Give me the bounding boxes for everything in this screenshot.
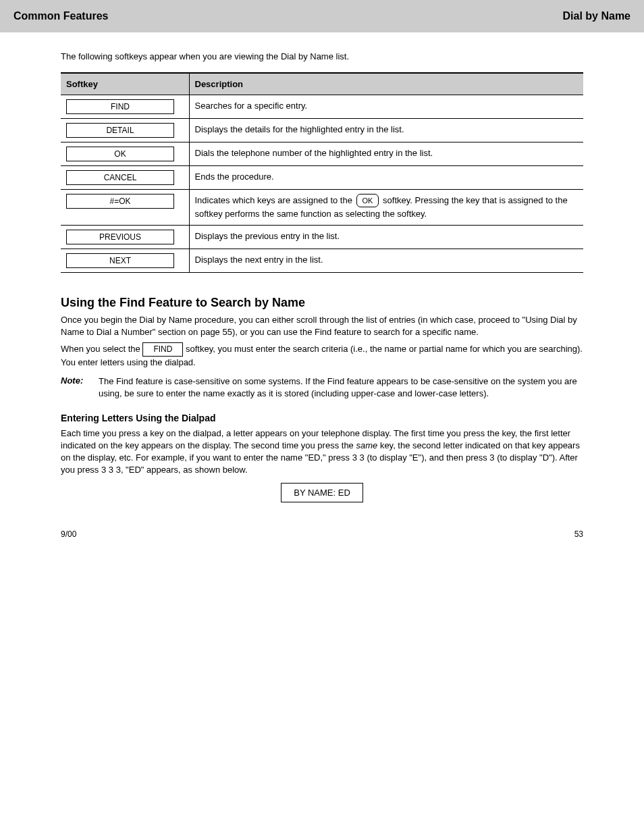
section-title-find: Using the Find Feature to Search by Name (61, 296, 583, 310)
desc-hash-ok: Indicates which keys are assigned to the… (189, 189, 583, 225)
table-row: CANCEL Ends the procedure. (61, 165, 583, 189)
display-example: BY NAME: ED (281, 483, 363, 502)
desc-find: Searches for a specific entry. (189, 95, 583, 118)
header-right: Dial by Name (563, 10, 630, 22)
softkey-previous: PREVIOUS (66, 230, 174, 244)
table-row: FIND Searches for a specific entry. (61, 95, 583, 118)
desc-ok: Dials the telephone number of the highli… (189, 142, 583, 165)
softkey-ok: OK (66, 147, 174, 161)
desc-next: Displays the next entry in the list. (189, 249, 583, 272)
col-header-description: Description (189, 73, 583, 95)
intro-text: The following softkeys appear when you a… (61, 51, 583, 63)
softkey-table: Softkey Description FIND Searches for a … (61, 72, 583, 273)
header-left: Common Features (14, 10, 108, 22)
para-2: When you select the FIND softkey, you mu… (61, 342, 583, 369)
table-row: PREVIOUS Displays the previous entry in … (61, 225, 583, 249)
softkey-next: NEXT (66, 253, 174, 268)
inline-softkey-find: FIND (142, 342, 183, 357)
note-body: The Find feature is case-sensitive on so… (99, 375, 583, 400)
table-row: DETAIL Displays the details for the high… (61, 118, 583, 142)
note-label: Note: (61, 375, 99, 400)
sub-para: Each time you press a key on the dialpad… (61, 427, 583, 477)
desc-cancel: Ends the procedure. (189, 165, 583, 189)
table-row: NEXT Displays the next entry in the list… (61, 249, 583, 272)
softkey-hash-ok: #=OK (66, 194, 174, 209)
softkey-cancel: CANCEL (66, 170, 174, 185)
ok-keycap: OK (356, 194, 379, 208)
desc-detail: Displays the details for the highlighted… (189, 118, 583, 142)
softkey-find: FIND (66, 99, 174, 114)
para-1: Once you begin the Dial by Name procedur… (61, 314, 583, 338)
table-row: OK Dials the telephone number of the hig… (61, 142, 583, 165)
table-row: #=OK Indicates which keys are assigned t… (61, 189, 583, 225)
softkey-detail: DETAIL (66, 123, 174, 138)
note-block: Note: The Find feature is case-sensitive… (61, 375, 583, 400)
footer-date: 9/00 (61, 529, 76, 539)
subsection-title: Entering Letters Using the Dialpad (61, 413, 583, 423)
footer-page: 53 (574, 529, 583, 539)
desc-previous: Displays the previous entry in the list. (189, 225, 583, 249)
col-header-softkey: Softkey (61, 73, 189, 95)
